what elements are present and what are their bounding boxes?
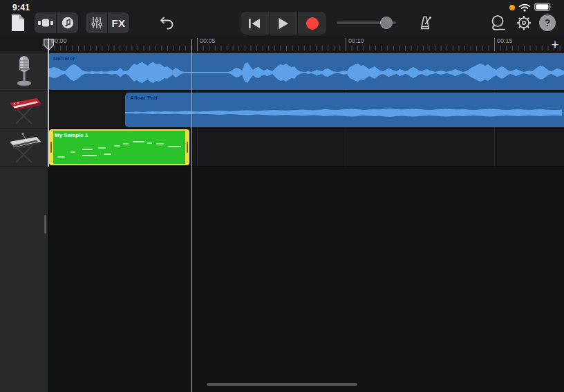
track-controls-button[interactable] (86, 12, 107, 33)
live-loops-view-icon (62, 17, 74, 29)
transport-controls (241, 12, 326, 35)
tracks-view-button[interactable] (35, 12, 56, 33)
metronome-icon (417, 15, 433, 30)
record-button[interactable] (298, 12, 326, 35)
playhead-line (48, 39, 49, 167)
add-section-button[interactable]: + (548, 38, 562, 52)
narrator-waveform (48, 53, 564, 90)
left-trim-handle[interactable] (50, 142, 52, 153)
red-synth-keyboard-icon (6, 93, 42, 126)
tracks-lane-area: Narrator Afloat Pad My Sample 1 (48, 53, 564, 392)
midi-note (57, 156, 65, 158)
tracks-view-icon (38, 18, 53, 28)
master-volume-slider[interactable] (334, 11, 399, 35)
track-header-afloat-pad[interactable] (0, 91, 48, 129)
live-loops-view-button[interactable] (57, 12, 78, 33)
document-icon (10, 14, 26, 32)
midi-note (98, 147, 106, 149)
toolbar: 9:41 (0, 0, 564, 36)
rewind-button[interactable] (241, 12, 269, 35)
my-songs-button[interactable] (7, 13, 29, 32)
region-narrator[interactable]: Narrator (48, 53, 564, 90)
help-button[interactable]: ? (539, 15, 556, 31)
fx-button[interactable]: FX (108, 12, 129, 33)
status-time: 9:41 (12, 3, 30, 12)
region-my-sample-1[interactable]: My Sample 1 (49, 129, 189, 165)
loop-browser-icon (489, 15, 507, 31)
gear-icon (516, 15, 532, 31)
metronome-button[interactable] (415, 13, 435, 32)
ruler-time-label: 00:05 (200, 37, 216, 44)
mixer-sliders-icon (91, 17, 103, 29)
midi-note (133, 141, 144, 142)
midi-note (147, 142, 153, 144)
region-label: Narrator (53, 55, 75, 62)
battery-icon (534, 3, 553, 11)
fx-label: FX (111, 17, 125, 29)
ruler-time-label: 00:10 (348, 37, 364, 44)
track-header-column: + (0, 53, 48, 392)
play-icon (278, 17, 289, 30)
sampler-keyboard-icon (6, 130, 42, 165)
studio-microphone-icon (9, 54, 39, 88)
view-segmented-control (35, 12, 78, 33)
ruler-time-label: 00:15 (497, 37, 513, 44)
midi-note (82, 149, 93, 150)
midi-note (104, 153, 111, 155)
settings-button[interactable] (514, 13, 534, 32)
undo-button[interactable] (156, 13, 177, 32)
midi-note (114, 145, 121, 147)
record-icon (306, 17, 319, 30)
midi-note (82, 155, 97, 156)
loop-browser-button[interactable] (487, 13, 509, 32)
help-label: ? (545, 17, 551, 28)
right-trim-handle[interactable] (187, 142, 188, 153)
region-label: Afloat Pad (130, 95, 158, 101)
midi-region-body: My Sample 1 (53, 131, 185, 164)
midi-note (156, 143, 164, 144)
undo-icon (158, 15, 175, 31)
recording-indicator-dot-icon (509, 5, 515, 10)
wifi-icon (519, 3, 530, 12)
vertical-scrollbar[interactable] (44, 215, 46, 234)
timeline-ruler[interactable]: 00:0000:0500:1000:15 (0, 36, 564, 53)
mixer-segmented-control: FX (86, 12, 129, 33)
play-button[interactable] (270, 12, 298, 35)
horizontal-scrollbar[interactable] (207, 383, 357, 386)
track-header-my-sample-1[interactable] (0, 129, 48, 167)
track-header-narrator[interactable] (0, 53, 48, 91)
midi-note (70, 151, 76, 153)
midi-note (168, 146, 181, 147)
region-label: My Sample 1 (55, 132, 88, 138)
ruler-labels: 00:0000:0500:1000:15 (48, 36, 564, 53)
section-divider-line (191, 39, 192, 392)
volume-slider-knob[interactable] (380, 17, 393, 29)
midi-note (123, 143, 129, 144)
rewind-icon (247, 18, 261, 29)
garageband-window: 9:41 (0, 0, 564, 392)
